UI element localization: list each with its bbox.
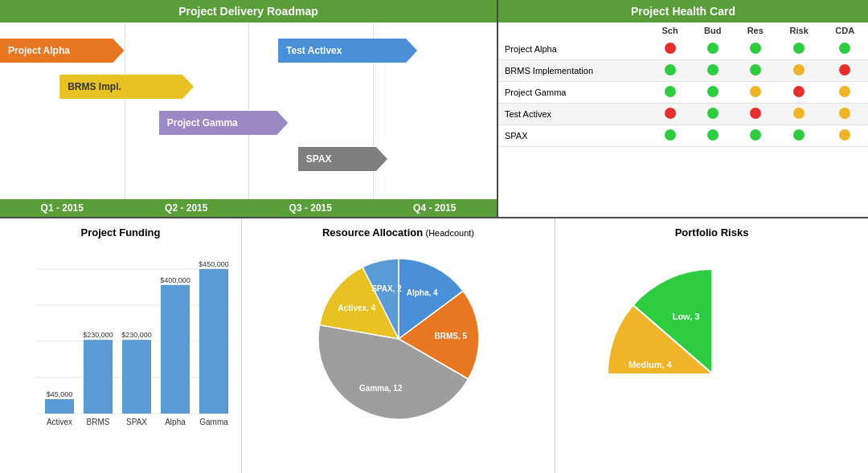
health-dot-cell [649, 125, 691, 147]
status-dot-yellow [839, 86, 850, 97]
status-dot-red [750, 108, 761, 119]
health-dot-cell [776, 39, 822, 60]
health-dot-cell [649, 60, 691, 82]
status-dot-green [707, 108, 719, 119]
health-section: Project Health Card SchBudResRiskCDA Pro… [498, 0, 868, 217]
health-dot-cell [821, 60, 868, 82]
health-dot-cell [821, 82, 868, 104]
quarter-bar: Q1 - 2015Q2 - 2015Q3 - 2015Q4 - 2015 [0, 199, 497, 217]
quarter-label: Q2 - 2015 [125, 202, 249, 214]
health-row: Project Alpha [498, 39, 868, 60]
status-dot-red [839, 64, 850, 75]
risk-chart: High, 4Medium, 4Low, 3 [592, 245, 833, 389]
health-dot-cell [691, 104, 735, 125]
quarter-label: Q4 - 2015 [373, 202, 497, 214]
status-dot-green [750, 43, 761, 54]
status-dot-green [665, 129, 676, 141]
health-dot-cell [649, 39, 691, 60]
gantt-bar: BRMS Impl. [59, 75, 194, 99]
health-dot-cell [691, 60, 735, 82]
bar-label: SPAX [126, 418, 147, 426]
status-dot-green [665, 86, 676, 97]
status-dot-yellow [793, 64, 805, 75]
roadmap-title: Project Delivery Roadmap [0, 0, 497, 22]
bar-label: Gamma [199, 418, 228, 426]
status-dot-green [707, 43, 719, 54]
health-dot-cell [776, 82, 822, 104]
status-dot-yellow [750, 86, 761, 97]
status-dot-green [839, 43, 850, 54]
status-dot-green [750, 129, 761, 141]
bar-value-label: $230,000 [121, 331, 152, 339]
bar-label: BRMS [87, 418, 110, 426]
health-dot-cell [735, 60, 776, 82]
bar-value-label: $45,000 [47, 390, 73, 398]
funding-bar [84, 340, 113, 414]
funding-bar [199, 269, 228, 414]
health-row: Test Activex [498, 104, 868, 125]
status-dot-red [665, 43, 676, 54]
health-dot-cell [691, 39, 735, 60]
health-dot-cell [735, 104, 776, 125]
gantt-chart: Project AlphaBRMS Impl.Test ActivexProje… [0, 22, 497, 199]
health-dot-cell [776, 125, 822, 147]
bar-value-label: $400,000 [160, 276, 190, 284]
risk-label: Medium, 4 [628, 360, 672, 369]
bar-chart: $45,000Activex$230,000BRMS$230,000SPAX$4… [8, 245, 233, 430]
health-dot-cell [776, 60, 822, 82]
health-dot-cell [691, 125, 735, 147]
gantt-bar: Project Gamma [159, 111, 289, 135]
funding-title: Project Funding [81, 226, 161, 239]
resource-title: Resource Allocation (Headcount) [322, 226, 474, 239]
health-title: Project Health Card [498, 0, 868, 22]
health-dot-cell [735, 39, 776, 60]
pie-chart: Alpha, 4BRMS, 5Gamma, 12Activex, 4SPAX, … [302, 239, 495, 431]
pie-label: Alpha, 4 [406, 288, 437, 297]
funding-bar [122, 340, 151, 414]
health-dot-cell [735, 82, 776, 104]
risk-label: Low, 3 [672, 312, 699, 321]
health-row: SPAX [498, 125, 868, 147]
health-table: SchBudResRiskCDA Project AlphaBRMS Imple… [498, 22, 868, 147]
status-dot-green [793, 129, 805, 141]
bar-value-label: $450,000 [199, 260, 229, 268]
funding-bar [161, 285, 190, 414]
health-project-name: Project Alpha [498, 39, 649, 60]
health-col-header: Bud [691, 22, 735, 39]
health-row: Project Gamma [498, 82, 868, 104]
status-dot-yellow [839, 129, 850, 141]
quarter-label: Q1 - 2015 [0, 202, 125, 214]
health-dot-cell [821, 104, 868, 125]
gantt-bar: Test Activex [278, 39, 417, 63]
status-dot-green [750, 64, 761, 75]
health-project-name: Test Activex [498, 104, 649, 125]
status-dot-green [707, 86, 719, 97]
health-project-name: SPAX [498, 125, 649, 147]
risk-title: Portfolio Risks [675, 226, 749, 239]
health-project-name: Project Gamma [498, 82, 649, 104]
status-dot-green [707, 64, 719, 75]
resource-panel: Resource Allocation (Headcount) Alpha, 4… [242, 218, 555, 473]
health-dot-cell [649, 104, 691, 125]
health-dot-cell [821, 125, 868, 147]
health-dot-cell [735, 125, 776, 147]
health-dot-cell [649, 82, 691, 104]
status-dot-red [793, 86, 805, 97]
pie-label: BRMS, 5 [434, 332, 467, 340]
funding-panel: Project Funding $45,000Activex$230,000BR… [0, 218, 242, 473]
quarter-label: Q3 - 2015 [248, 202, 373, 214]
health-col-header: Sch [649, 22, 691, 39]
health-dot-cell [776, 104, 822, 125]
pie-label: Activex, 4 [338, 304, 375, 312]
status-dot-green [707, 129, 719, 141]
gantt-bar: SPAX [298, 147, 387, 171]
health-dot-cell [821, 39, 868, 60]
health-row: BRMS Implementation [498, 60, 868, 82]
health-col-header: CDA [821, 22, 868, 39]
bar-label: Activex [47, 418, 72, 426]
status-dot-red [665, 108, 676, 119]
status-dot-green [793, 43, 805, 54]
gantt-bar: Project Alpha [0, 39, 125, 63]
funding-bar [45, 399, 74, 414]
status-dot-yellow [793, 108, 805, 119]
